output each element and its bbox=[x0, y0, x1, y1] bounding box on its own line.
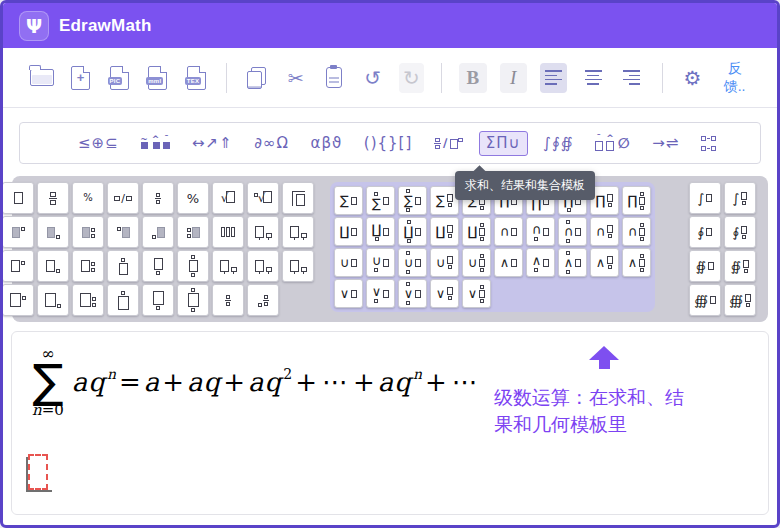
template-L-over[interactable] bbox=[107, 284, 139, 316]
template-sqrt[interactable]: √ bbox=[212, 182, 244, 214]
template-logical-and-ab[interactable]: ∧ bbox=[558, 248, 587, 277]
template-g-presupsub[interactable] bbox=[177, 216, 209, 248]
template-volume-integral-rs[interactable]: ∰ bbox=[724, 284, 756, 316]
category-bracket-templates[interactable]: (){}[] bbox=[358, 132, 419, 155]
template-logical-and-rss[interactable]: ∧ bbox=[622, 248, 651, 277]
category-sum-product-set-templates[interactable]: ΣΠ∪ bbox=[479, 131, 528, 156]
template-union-ab[interactable]: ∪ bbox=[398, 248, 427, 277]
template-uu[interactable] bbox=[212, 250, 244, 282]
template-coproduct-rs[interactable]: ∐ bbox=[430, 217, 459, 246]
template-uu[interactable] bbox=[282, 250, 314, 282]
template-coproduct-p[interactable]: ∐ bbox=[334, 217, 363, 246]
category-greek-letters[interactable]: αβϑ bbox=[305, 132, 349, 155]
template-contour-integral-rs[interactable]: ∮ bbox=[724, 216, 756, 248]
template-logical-and-b[interactable]: ∧ bbox=[526, 248, 555, 277]
template-sum-a[interactable]: ∑ bbox=[366, 186, 395, 215]
bold-button[interactable]: B bbox=[459, 63, 486, 93]
category-relation-symbols[interactable]: ≤⊕⊆ bbox=[72, 132, 125, 155]
template-logical-or-rss[interactable]: ∨ bbox=[462, 279, 491, 308]
template-g-sup[interactable] bbox=[2, 216, 34, 248]
template-b-under[interactable] bbox=[142, 250, 174, 282]
template-coproduct-b[interactable]: ∐ bbox=[366, 217, 395, 246]
paste-button[interactable] bbox=[321, 63, 347, 93]
export-mml-button[interactable]: mml bbox=[145, 63, 171, 93]
template-L-overunder[interactable] bbox=[177, 284, 209, 316]
template-uu[interactable] bbox=[282, 216, 314, 248]
export-tex-button[interactable]: TEX bbox=[184, 63, 210, 93]
template-product-rss[interactable]: ∏ bbox=[622, 186, 651, 215]
empty-placeholder-cursor[interactable] bbox=[26, 454, 48, 492]
template-intersection-rss[interactable]: ∩ bbox=[622, 217, 651, 246]
export-pic-button[interactable]: PIC bbox=[106, 63, 132, 93]
category-integral-templates[interactable]: ∫∮∯ bbox=[537, 132, 579, 155]
settings-button[interactable]: ⚙ bbox=[680, 63, 706, 93]
template-frac-mini-side[interactable] bbox=[247, 284, 279, 316]
template-g-presub[interactable] bbox=[142, 216, 174, 248]
template-b-sup[interactable] bbox=[2, 250, 34, 282]
template-logical-or-p[interactable]: ∨ bbox=[334, 279, 363, 308]
template-b-over[interactable] bbox=[107, 250, 139, 282]
template-logical-and-rs[interactable]: ∧ bbox=[590, 248, 619, 277]
template-frac-sm[interactable] bbox=[142, 182, 174, 214]
template-triple-box[interactable] bbox=[212, 216, 244, 248]
template-logical-or-ab[interactable]: ∨ bbox=[398, 279, 427, 308]
template-pct-sm[interactable]: % bbox=[72, 182, 104, 214]
template-union-rss[interactable]: ∪ bbox=[462, 248, 491, 277]
template-L-sup[interactable] bbox=[2, 284, 34, 316]
align-center-button[interactable] bbox=[580, 63, 606, 93]
template-L-sub[interactable] bbox=[37, 284, 69, 316]
template-surface-integral-p[interactable]: ∯ bbox=[689, 250, 721, 282]
template-frac-mini[interactable] bbox=[212, 284, 244, 316]
template-integral-p[interactable]: ∫ bbox=[689, 182, 721, 214]
category-bar-hat-templates[interactable]: ˉ^∅ bbox=[589, 132, 637, 155]
template-g-supsub[interactable] bbox=[72, 216, 104, 248]
align-left-button[interactable] bbox=[540, 63, 567, 93]
template-volume-integral-p[interactable]: ∰ bbox=[689, 284, 721, 316]
template-b-sub[interactable] bbox=[37, 250, 69, 282]
copy-button[interactable] bbox=[244, 63, 270, 93]
template-frac[interactable] bbox=[37, 182, 69, 214]
equation-canvas[interactable]: ∞ ∑ n=0 aqn=a+aq+aq2+⋯+aqn+⋯ 级数运算：在求和、结 … bbox=[11, 331, 769, 515]
template-union-p[interactable]: ∪ bbox=[334, 248, 363, 277]
template-slash-frac[interactable]: ∕ bbox=[107, 182, 139, 214]
template-integral-rs[interactable]: ∫ bbox=[724, 182, 756, 214]
template-g-presup[interactable] bbox=[107, 216, 139, 248]
template-pct[interactable]: % bbox=[177, 182, 209, 214]
category-accent-symbols[interactable]: ~^ˉ bbox=[134, 133, 176, 153]
align-right-button[interactable] bbox=[619, 63, 645, 93]
new-document-button[interactable]: + bbox=[68, 63, 94, 93]
template-b-supsub[interactable] bbox=[72, 250, 104, 282]
template-union-b[interactable]: ∪ bbox=[366, 248, 395, 277]
template-logical-or-rs[interactable]: ∨ bbox=[430, 279, 459, 308]
template-long-div[interactable] bbox=[282, 182, 314, 214]
category-misc-symbols[interactable]: ∂∞Ω bbox=[248, 132, 295, 155]
template-coproduct-ab[interactable]: ∐ bbox=[398, 217, 427, 246]
open-file-button[interactable] bbox=[29, 63, 55, 93]
italic-button[interactable]: I bbox=[500, 63, 527, 93]
template-surface-integral-rs[interactable]: ∯ bbox=[724, 250, 756, 282]
template-contour-integral-p[interactable]: ∮ bbox=[689, 216, 721, 248]
category-labeled-arrow-templates[interactable]: →⇌ bbox=[646, 132, 685, 155]
template-g-sub[interactable] bbox=[37, 216, 69, 248]
template-coproduct-rss[interactable]: ∐ bbox=[462, 217, 491, 246]
template-L-supsub[interactable] bbox=[72, 284, 104, 316]
template-uu[interactable] bbox=[247, 250, 279, 282]
template-L-under[interactable] bbox=[142, 284, 174, 316]
template-sum-p[interactable]: ∑ bbox=[334, 186, 363, 215]
redo-button[interactable]: ↻ bbox=[399, 63, 425, 93]
undo-button[interactable]: ↺ bbox=[360, 63, 386, 93]
template-union-rs[interactable]: ∪ bbox=[430, 248, 459, 277]
cut-button[interactable]: ✂ bbox=[283, 63, 309, 93]
template-logical-and-p[interactable]: ∧ bbox=[494, 248, 523, 277]
template-intersection-b[interactable]: ∩ bbox=[526, 217, 555, 246]
category-matrix-templates[interactable] bbox=[695, 132, 722, 155]
feedback-link[interactable]: 反馈.. bbox=[718, 60, 751, 96]
template-nth-root[interactable]: √ bbox=[247, 182, 279, 214]
template-sum-ab[interactable]: ∑ bbox=[398, 186, 427, 215]
template-box[interactable] bbox=[2, 182, 34, 214]
template-intersection-rs[interactable]: ∩ bbox=[590, 217, 619, 246]
category-fraction-radical-templates[interactable]: ∕ bbox=[428, 133, 469, 153]
template-logical-or-b[interactable]: ∨ bbox=[366, 279, 395, 308]
template-uu[interactable] bbox=[247, 216, 279, 248]
template-intersection-ab[interactable]: ∩ bbox=[558, 217, 587, 246]
